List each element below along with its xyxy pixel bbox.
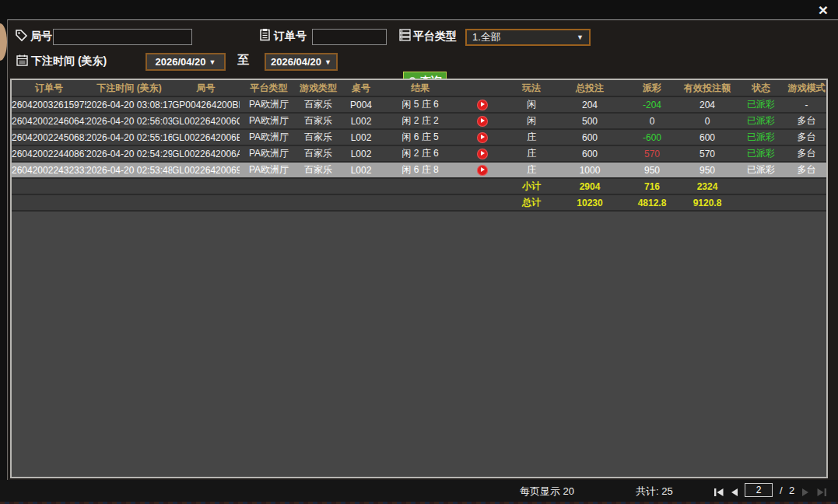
cell-status: 已派彩 [735, 129, 787, 145]
col-game-type: 游戏类型 [298, 80, 338, 96]
cell-order-no: 260420022460641 [12, 113, 86, 129]
cell-valid-bet: 570 [679, 145, 735, 162]
close-icon[interactable]: × [819, 1, 828, 19]
grand-total-total-bet: 10230 [555, 194, 625, 211]
cell-bet-time: 2026-04-20 02:55:16 [86, 129, 172, 145]
cell-valid-bet: 950 [679, 162, 735, 178]
next-page-icon[interactable] [801, 486, 809, 500]
title-bar: × [0, 0, 838, 19]
cell-total-bet: 600 [555, 145, 625, 162]
cell-game-type: 百家乐 [298, 113, 338, 129]
col-result: 结果 [384, 80, 457, 96]
col-status: 状态 [735, 80, 787, 96]
cell-payout: -600 [625, 129, 679, 145]
page-number-input[interactable] [745, 483, 773, 497]
last-page-icon[interactable] [816, 486, 827, 500]
chevron-down-icon: ▼ [577, 33, 584, 41]
table-row[interactable]: 2604200224506812026-04-20 02:55:16GL0022… [12, 129, 826, 145]
cell-video [457, 145, 508, 162]
cell-game-type: 百家乐 [298, 162, 338, 178]
play-video-icon[interactable] [477, 132, 488, 143]
col-video [457, 80, 508, 96]
col-payout: 派彩 [625, 80, 679, 96]
platform-type-select[interactable]: 1.全部 ▼ [465, 29, 591, 46]
cell-payout: 0 [625, 113, 679, 129]
cell-status: 已派彩 [735, 162, 787, 178]
table-row[interactable]: 2604200224606412026-04-20 02:56:03GL0022… [12, 113, 826, 129]
cell-status: 已派彩 [735, 113, 787, 129]
date-to-picker[interactable]: 2026/04/20 ▼ [265, 53, 338, 71]
empty-cell [735, 178, 826, 194]
grand-total-payout: 4812.8 [625, 194, 679, 211]
cell-platform: PA欧洲厅 [240, 113, 298, 129]
chevron-down-icon: ▼ [209, 58, 216, 66]
table-row[interactable]: 2604200326159752026-04-20 03:08:17GP0042… [12, 96, 826, 113]
tag-icon [15, 29, 28, 42]
play-video-icon[interactable] [477, 165, 488, 176]
col-table-no: 桌号 [338, 80, 384, 96]
to-label: 至 [237, 53, 249, 68]
col-game-mode: 游戏模式 [787, 80, 826, 96]
col-bet-type: 玩法 [508, 80, 555, 96]
cell-round-no: GL00226420069 [172, 162, 240, 178]
play-video-icon[interactable] [477, 100, 488, 110]
clipboard-icon [258, 28, 272, 41]
cell-bet-time: 2026-04-20 02:53:48 [86, 162, 172, 178]
round-no-input[interactable] [53, 29, 192, 45]
grand-total-label: 总计 [508, 194, 555, 211]
cell-platform: PA欧洲厅 [240, 162, 298, 178]
empty-cell [735, 194, 826, 211]
table-row[interactable]: 2604200224408672026-04-20 02:54:29GL0022… [12, 145, 826, 162]
empty-cell [12, 178, 508, 194]
play-video-icon[interactable] [477, 149, 488, 159]
round-no-label: 局号 [30, 30, 52, 44]
cell-result: 闲 6 庄 5 [384, 129, 457, 145]
page-separator: / [780, 485, 783, 496]
platform-type-label: 平台类型 [413, 30, 457, 44]
date-from-picker[interactable]: 2026/04/20 ▼ [146, 53, 226, 71]
bet-history-dialog: × 局号 订单号 平台类型 1.全部 ▼ 下注时间 (美东) 2026/04/2… [0, 0, 838, 504]
cell-table-no: L002 [338, 113, 384, 129]
platform-type-value: 1.全部 [472, 30, 501, 44]
cell-payout: 570 [625, 145, 679, 162]
cell-bet-time: 2026-04-20 02:56:03 [86, 113, 172, 129]
cell-platform: PA欧洲厅 [240, 145, 298, 162]
bet-time-label: 下注时间 (美东) [31, 54, 107, 68]
table-header: 订单号 下注时间 (美东) 局号 平台类型 游戏类型 桌号 结果 玩法 总投注 … [12, 80, 826, 96]
order-no-input[interactable] [312, 29, 387, 45]
cell-table-no: L002 [338, 129, 384, 145]
empty-cell [12, 194, 508, 211]
first-page-icon[interactable] [714, 486, 724, 500]
play-video-icon[interactable] [477, 116, 488, 127]
cell-game-type: 百家乐 [298, 145, 338, 162]
prev-page-icon[interactable] [731, 486, 738, 500]
cell-order-no: 260420022440867 [12, 145, 86, 162]
total-count-label: 共计: 25 [636, 485, 673, 499]
left-edge-decoration [0, 23, 7, 61]
cell-round-no: GL0022642006C [172, 113, 240, 129]
cell-mode: 多台 [787, 113, 826, 129]
cell-result: 闲 6 庄 8 [384, 162, 457, 178]
cell-valid-bet: 0 [679, 113, 735, 129]
cell-mode: 多台 [787, 162, 826, 178]
cell-bet-time: 2026-04-20 03:08:17 [86, 96, 172, 113]
cell-video [457, 129, 508, 145]
cell-bet-type: 闲 [508, 96, 555, 113]
cell-mode: 多台 [787, 129, 826, 145]
cell-game-type: 百家乐 [298, 96, 338, 113]
cell-video [457, 96, 508, 113]
cell-bet-type: 庄 [508, 129, 555, 145]
cell-valid-bet: 600 [679, 129, 735, 145]
cell-bet-type: 庄 [508, 162, 555, 178]
table-row[interactable]: 2604200224323312026-04-20 02:53:48GL0022… [12, 162, 826, 178]
col-bet-time: 下注时间 (美东) [86, 80, 172, 96]
subtotal-payout: 716 [625, 178, 679, 194]
cell-video [457, 162, 508, 178]
cell-bet-type: 闲 [508, 113, 555, 129]
cell-table-no: L002 [338, 162, 384, 178]
results-table: 订单号 下注时间 (美东) 局号 平台类型 游戏类型 桌号 结果 玩法 总投注 … [12, 80, 826, 212]
col-platform: 平台类型 [240, 80, 298, 96]
cell-order-no: 260420022450681 [12, 129, 86, 145]
calendar-icon [16, 54, 29, 67]
cell-order-no: 260420022432331 [12, 162, 86, 178]
